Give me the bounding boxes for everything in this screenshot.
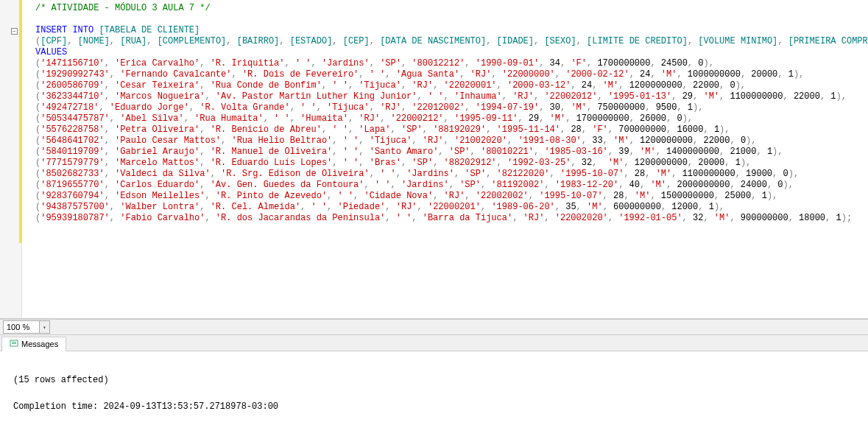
zoom-dropdown-arrow[interactable]: ▾ [40,320,50,334]
change-marker [19,0,22,243]
zoom-bar: ▾ [0,319,868,335]
rows-affected-text: (15 rows affected) [13,375,109,385]
messages-pane[interactable]: (15 rows affected) Completion time: 2024… [0,351,868,425]
messages-tab[interactable]: Messages [1,337,66,351]
editor-gutter: − [0,0,22,318]
completion-time-text: Completion time: 2024-09-13T13:53:57.271… [13,401,278,412]
collapse-toggle[interactable]: − [11,28,18,35]
sql-editor-pane: − /* ATIVIDADE - MÓDULO 3 AULA 7 */ INSE… [0,0,868,319]
results-tab-strip: Messages [0,335,868,351]
zoom-input[interactable] [3,320,40,334]
messages-tab-label: Messages [21,340,58,348]
code-editor[interactable]: /* ATIVIDADE - MÓDULO 3 AULA 7 */ INSERT… [22,0,868,318]
messages-icon [10,340,18,348]
